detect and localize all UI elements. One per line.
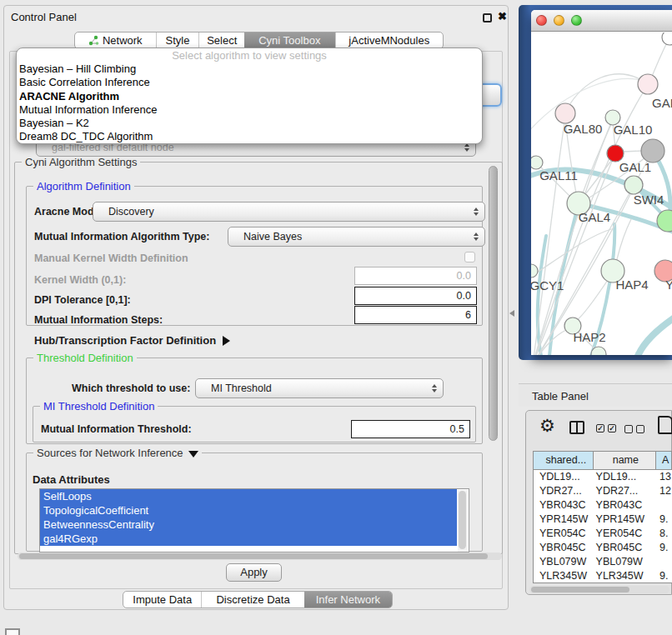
table-cell: YLR345W <box>594 569 657 582</box>
algorithm-dropdown-popup: Select algorithm to view settings Bayesi… <box>16 48 483 144</box>
table-row[interactable]: YBL079WYBL079W <box>534 555 672 569</box>
tab-select[interactable]: Select <box>198 32 244 48</box>
table-row[interactable]: YLR345WYLR345W9. <box>534 569 672 582</box>
hub-definition-expander[interactable]: Hub/Transcription Factor Definition <box>34 334 230 347</box>
data-attributes-list[interactable]: SelfLoopsTopologicalCoefficientBetweenne… <box>39 488 469 552</box>
table-cell: YBR045C <box>534 541 594 555</box>
table-row[interactable]: YDL19...YDL19...13 <box>534 470 672 484</box>
new-table-icon[interactable] <box>658 416 672 434</box>
deselect-columns-icon[interactable] <box>624 425 644 433</box>
tab-cyni-toolbox[interactable]: Cyni Toolbox <box>244 32 335 48</box>
aracne-mode-combo[interactable]: Discovery <box>93 202 485 222</box>
table-horizontal-scrollbar[interactable] <box>529 586 669 593</box>
table-cell: YBR043C <box>534 498 594 512</box>
table-panel: ⚙ ✓✓ shared...nameA YDL19...YDL19...13YD… <box>525 410 672 595</box>
data-attribute-item[interactable]: BetweennessCentrality <box>40 518 457 532</box>
kernel-width-field[interactable]: 0.0 <box>354 267 477 285</box>
network-window: GALGAL80GAL10GAL11GAL1SWI4GAL4GCY1HAP4YH… <box>531 10 672 355</box>
network-edge[interactable] <box>617 219 631 259</box>
node-label: GAL4 <box>579 210 610 224</box>
column-header[interactable]: shared... <box>534 452 594 469</box>
table-cell: YPR145W <box>594 512 657 527</box>
mi-type-combo[interactable]: Naive Bayes <box>228 227 485 247</box>
table-cell: YDL19... <box>594 470 657 484</box>
table-cell: YER054C <box>534 527 594 541</box>
column-header[interactable]: name <box>594 452 657 469</box>
tab-style[interactable]: Style <box>156 32 199 48</box>
group-title: Threshold Definition <box>33 352 137 364</box>
algorithm-option[interactable]: ARACNE Algorithm <box>17 90 482 103</box>
network-edge[interactable] <box>638 318 672 355</box>
table-row[interactable]: YBR043CYBR043C <box>534 498 672 512</box>
float-window-icon[interactable] <box>483 13 492 22</box>
algorithm-option[interactable]: Bayesian – K2 <box>17 117 482 130</box>
column-header[interactable]: A <box>656 452 672 469</box>
list-vertical-scrollbar[interactable] <box>458 490 468 552</box>
collapsed-panel-icon[interactable] <box>5 628 20 635</box>
stepper-arrows-icon <box>474 208 479 216</box>
network-node-gcy1[interactable] <box>531 264 538 278</box>
table-panel-header: Table Panel <box>519 383 672 407</box>
minimize-traffic-icon[interactable] <box>554 15 564 26</box>
algorithm-option[interactable]: Basic Correlation Inference <box>17 76 482 89</box>
table-cell: YBL079W <box>594 555 657 569</box>
table-row[interactable]: YDR27...YDR27...12 <box>534 484 672 498</box>
data-attribute-item[interactable]: TopologicalCoefficient <box>40 503 457 518</box>
manual-kernel-checkbox[interactable] <box>464 252 475 262</box>
network-node-gal1[interactable] <box>624 176 643 194</box>
algorithm-option[interactable]: Dream8 DC_TDC Algorithm <box>17 130 482 143</box>
network-node-gal11[interactable] <box>531 156 543 169</box>
mi-steps-label: Mutual Information Steps: <box>34 314 163 326</box>
close-icon[interactable]: ✖ <box>498 10 507 22</box>
data-attribute-item[interactable]: gal4RGexp <box>40 532 457 546</box>
tab-infer-network[interactable]: Infer Network <box>304 592 392 608</box>
tab-discretize-data[interactable]: Discretize Data <box>201 592 303 608</box>
tab-jactivemnodules[interactable]: jActiveMNodules <box>335 32 443 48</box>
network-node-gal[interactable] <box>638 74 658 94</box>
gear-icon[interactable]: ⚙ <box>539 416 555 436</box>
select-columns-icon[interactable]: ✓✓ <box>596 424 616 432</box>
settings-vertical-scrollbar[interactable] <box>489 166 498 441</box>
table-row[interactable]: YBR045CYBR045C9. <box>534 541 672 555</box>
algorithm-option[interactable]: Mutual Information Inference <box>17 103 482 117</box>
tab-network[interactable]: Network <box>75 32 156 48</box>
network-node[interactable] <box>607 145 624 162</box>
network-node-gal80[interactable] <box>555 103 575 123</box>
algorithm-option[interactable]: Bayesian – Hill Climbing <box>17 62 482 76</box>
stepper-arrows-icon <box>432 384 437 392</box>
apply-button[interactable]: Apply <box>226 563 282 582</box>
panel-splitter-arrow-icon[interactable] <box>509 310 514 317</box>
mi-steps-field[interactable]: 6 <box>354 306 477 324</box>
network-canvas[interactable]: GALGAL80GAL10GAL11GAL1SWI4GAL4GCY1HAP4YH… <box>531 32 672 355</box>
close-traffic-icon[interactable] <box>536 15 547 26</box>
mi-type-label: Mutual Information Algorithm Type: <box>34 231 209 242</box>
table-panel-title: Table Panel <box>532 390 589 402</box>
zoom-traffic-icon[interactable] <box>571 15 582 26</box>
tab-label: Impute Data <box>133 593 192 606</box>
network-window-titlebar[interactable] <box>531 10 672 32</box>
stepper-arrows-icon <box>464 143 469 152</box>
which-threshold-combo[interactable]: MI Threshold <box>195 378 444 398</box>
tab-impute-data[interactable]: Impute Data <box>123 592 201 608</box>
table-row[interactable]: YER054CYER054C8. <box>534 527 672 541</box>
group-title: Algorithm Definition <box>33 180 134 192</box>
node-label: SWI4 <box>634 192 664 207</box>
table-cell <box>656 555 672 569</box>
sources-expander[interactable]: Sources for Network Inference <box>33 447 202 459</box>
table-cell: YDR27... <box>594 484 657 498</box>
network-edge[interactable] <box>623 151 642 152</box>
network-node[interactable] <box>641 139 664 162</box>
settings-horizontal-scrollbar[interactable] <box>18 552 502 560</box>
node-label: Y <box>665 278 672 292</box>
mi-threshold-field[interactable]: 0.5 <box>351 420 470 438</box>
table-row[interactable]: YPR145WYPR145W9. <box>534 512 672 527</box>
table-cell: YDR27... <box>534 484 594 498</box>
network-node[interactable] <box>662 32 672 45</box>
split-view-icon[interactable] <box>569 421 584 434</box>
data-attribute-item[interactable]: SelfLoops <box>40 489 457 503</box>
node-label: HAP4 <box>615 278 648 292</box>
dpi-tolerance-field[interactable]: 0.0 <box>354 287 477 305</box>
tab-label: jActiveMNodules <box>349 34 429 47</box>
tab-label: Style <box>165 34 189 47</box>
control-panel-tabbar: NetworkStyleSelectCyni ToolboxjActiveMNo… <box>74 32 444 49</box>
